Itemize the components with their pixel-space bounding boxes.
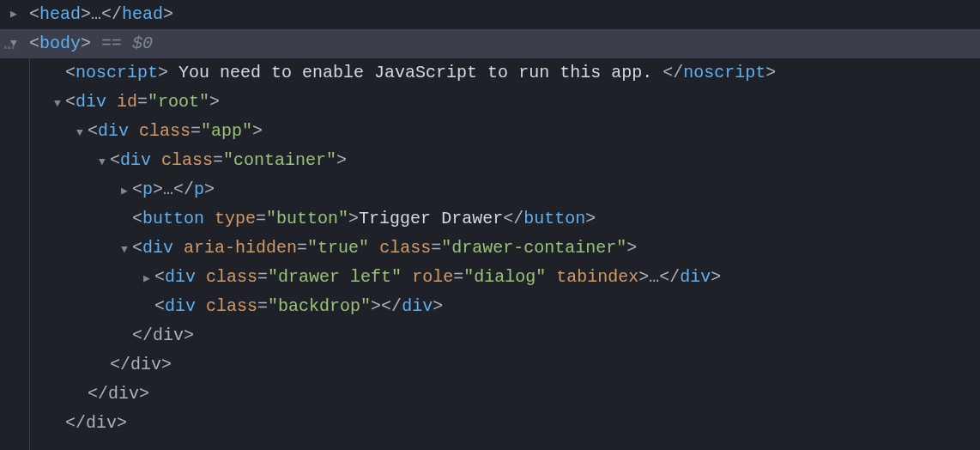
- tag-button: button: [142, 209, 204, 228]
- selected-node-indicator: == $0: [101, 33, 153, 53]
- dom-line-noscript[interactable]: ▼<noscript> You need to enable JavaScrip…: [0, 58, 980, 88]
- dom-line-div-drawer-left[interactable]: ▶<div class="drawer left" role="dialog" …: [0, 263, 980, 292]
- attr-class: class: [139, 121, 191, 141]
- dom-line-close-div-2[interactable]: ▼</div>: [0, 350, 980, 380]
- attr-id: id: [117, 92, 137, 112]
- dom-line-close-div-3[interactable]: ▼</div>: [0, 380, 980, 409]
- close-div: </div>: [65, 413, 127, 433]
- noscript-text: You need to enable JavaScript to run thi…: [178, 63, 652, 82]
- dom-line-div-root[interactable]: ▼<div id="root">: [0, 88, 980, 117]
- collapse-arrow-down-icon[interactable]: ▼: [96, 153, 108, 172]
- tag-noscript: noscript: [76, 63, 158, 82]
- collapse-arrow-right-icon[interactable]: ▶: [8, 5, 20, 24]
- dom-line-close-div-4[interactable]: ▼</div>: [0, 409, 980, 438]
- attr-type: type: [215, 209, 256, 228]
- collapse-arrow-down-icon[interactable]: ▼: [118, 240, 130, 259]
- attr-val-root: "root": [148, 92, 209, 112]
- tag-p: p: [142, 179, 153, 199]
- dom-line-body[interactable]: ⋯▼ <body> == $0: [0, 29, 980, 58]
- tag-body: body: [39, 33, 81, 53]
- collapse-arrow-right-icon[interactable]: ▶: [118, 182, 130, 201]
- collapse-arrow-right-icon[interactable]: ▶: [141, 270, 153, 289]
- dom-line-div-backdrop[interactable]: ▼<div class="backdrop"></div>: [0, 292, 980, 321]
- attr-class: class: [379, 238, 431, 258]
- dom-line-head[interactable]: ▶ <head>…</head>: [0, 0, 980, 29]
- attr-class: class: [161, 150, 213, 170]
- dom-line-button[interactable]: ▼<button type="button">Trigger Drawer</b…: [0, 204, 980, 234]
- close-div: </div>: [110, 355, 172, 374]
- tag-head: head: [39, 4, 81, 24]
- collapse-arrow-down-icon[interactable]: ▼: [74, 124, 86, 143]
- close-div: </div>: [88, 384, 149, 404]
- dom-line-close-div-1[interactable]: ▼</div>: [0, 321, 980, 350]
- dom-line-div-drawer-container[interactable]: ▼<div aria-hidden="true" class="drawer-c…: [0, 234, 980, 263]
- dom-line-div-app[interactable]: ▼<div class="app">: [0, 117, 980, 146]
- attr-val-app: "app": [201, 121, 252, 141]
- close-div: </div>: [132, 325, 194, 345]
- button-text: Trigger Drawer: [359, 209, 503, 228]
- collapse-arrow-down-icon[interactable]: ▼: [51, 94, 64, 113]
- dom-line-p[interactable]: ▶<p>…</p>: [0, 175, 980, 204]
- dom-line-div-container[interactable]: ▼<div class="container">: [0, 146, 980, 175]
- attr-val-container: "container": [223, 150, 336, 170]
- ellipsis: …: [91, 4, 101, 24]
- attr-val-button-type: "button": [266, 209, 348, 228]
- attr-aria-hidden: aria-hidden: [184, 238, 297, 258]
